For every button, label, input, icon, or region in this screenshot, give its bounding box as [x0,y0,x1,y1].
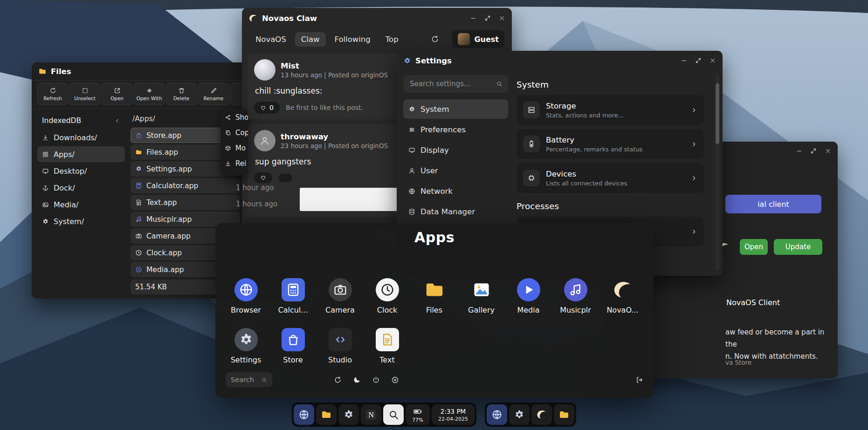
close-button[interactable] [499,15,505,21]
logout-icon[interactable] [635,376,643,384]
taskbar-app[interactable] [383,404,404,425]
chevleft-icon[interactable] [114,118,120,124]
claw-tab[interactable]: Claw [295,32,326,47]
scrollbar[interactable] [716,75,719,270]
minimize-button[interactable] [681,57,687,64]
minimize-button[interactable] [470,15,476,21]
launcher-app-label: Store [283,355,303,364]
settings-nav-item[interactable]: Data Manager [403,202,508,221]
download-icon [42,134,49,141]
launcher-app[interactable]: Settings [222,328,269,364]
launcher-app[interactable]: NovaO... [599,278,646,314]
battery-indicator[interactable]: 77% [406,404,430,425]
maximize-button[interactable] [695,57,702,64]
launcher-app[interactable]: Media [505,278,552,314]
claw-tab[interactable]: Top [379,32,405,47]
taskbar-app[interactable] [338,404,359,425]
minimize-button[interactable] [796,148,802,154]
react-button[interactable] [278,174,292,182]
post-avatar[interactable] [254,130,276,151]
settings-search[interactable] [403,75,508,93]
settings-nav-item[interactable]: Display [403,140,508,160]
store-client-button[interactable]: ial client [725,195,821,213]
user-badge[interactable]: Guest [452,30,504,48]
file-row[interactable]: Text.app [131,195,240,210]
cancel-icon[interactable] [391,376,399,384]
settings-nav-item[interactable]: User [403,161,508,180]
files-sidebar-item[interactable]: Media/ [37,197,125,212]
settings-titlebar[interactable]: Settings [397,51,723,70]
post-avatar[interactable] [254,59,276,81]
files-sidebar-item[interactable]: Dock/ [37,180,125,196]
feed-refresh-button[interactable] [431,35,439,43]
taskbar-app[interactable] [531,404,552,425]
settings-card[interactable]: Battery Percentage, remarks and status [517,129,704,159]
settings-search-input[interactable] [409,79,496,89]
store-icon [135,132,142,139]
settings-nav-item[interactable]: Network [403,181,508,201]
launcher-app[interactable]: Store [269,328,317,364]
taskbar-app[interactable]: N [361,404,381,425]
files-sidebar-header[interactable]: IndexedDB [37,114,125,130]
files-sidebar-item[interactable]: Apps/ [37,146,125,162]
launcher-search[interactable]: Search [226,372,272,387]
maximize-button[interactable] [484,15,491,21]
files-sidebar-item[interactable]: Desktop/ [37,163,125,179]
launcher-app-label: Media [517,306,539,314]
taskbar-app[interactable] [487,404,507,425]
context-menu-item[interactable]: Cop [220,125,248,140]
gallery-icon [470,278,493,301]
launcher-app[interactable]: Calcul... [269,278,317,314]
settings-nav-item[interactable]: Preferences [403,120,508,139]
files-toolbar-button[interactable]: Rename [198,83,229,105]
close-button[interactable] [710,57,716,64]
settings-card[interactable]: Devices Lists all connected devices [517,163,704,193]
files-toolbar-button[interactable]: Delete [166,83,197,105]
close-button[interactable] [825,148,831,154]
restart-icon[interactable] [334,376,342,384]
taskbar-app[interactable] [294,404,314,425]
post-author[interactable]: throwaway [281,132,388,141]
claw-titlebar[interactable]: Novaos Claw [242,8,512,28]
file-row[interactable]: Calculator.app [131,178,240,193]
launcher-app[interactable]: Studio [317,328,364,364]
update-button[interactable]: Update [774,239,822,255]
moon-icon[interactable] [353,376,361,384]
launcher-app[interactable]: Gallery [458,278,505,314]
files-sidebar-item[interactable]: System/ [37,213,125,229]
taskbar-app[interactable] [509,404,530,425]
context-menu-item[interactable]: Mo [220,140,248,156]
database-icon [408,208,415,215]
context-menu-item[interactable]: Rei [220,156,248,171]
files-toolbar-button[interactable]: Open With [134,83,165,105]
context-menu-item[interactable]: Sho [220,109,248,125]
scrollbar-thumb[interactable] [716,83,719,144]
maximize-button[interactable] [810,148,817,154]
launcher-app[interactable]: Text [364,328,411,364]
settings-card[interactable]: Storage Stats, actions and more... [517,95,704,125]
claw-tab[interactable]: NovaOS [249,32,292,47]
open-button[interactable]: Open [740,239,768,255]
launcher-app[interactable]: Browser [222,278,269,314]
openwith-icon [146,87,153,94]
power-icon[interactable] [372,376,380,384]
like-button[interactable] [254,172,272,183]
claw-tab[interactable]: Following [329,32,377,47]
launcher-app[interactable]: Clock [364,278,411,314]
taskbar-app[interactable] [554,404,574,425]
settings-nav-item[interactable]: System [403,99,508,119]
launcher-app[interactable]: Camera [317,278,364,314]
like-button[interactable]: 0 [254,102,280,114]
launcher-app[interactable]: Musicplr [552,278,599,314]
clock-widget[interactable]: 2:33 PM 22-04-2025 [432,404,475,425]
files-sidebar-item[interactable]: Downloads/ [37,130,125,145]
post-author[interactable]: Mist [281,61,388,70]
files-toolbar-button[interactable]: Refresh [37,83,68,105]
files-toolbar-button[interactable]: Unselect [69,83,100,105]
post-attachment-preview[interactable] [300,188,403,211]
launcher-app-label: Browser [231,306,261,314]
launcher-app[interactable]: Files [411,278,458,314]
taskbar-app[interactable] [316,404,337,425]
file-name: Files.app [146,148,178,157]
files-toolbar-button[interactable]: Open [102,83,132,105]
